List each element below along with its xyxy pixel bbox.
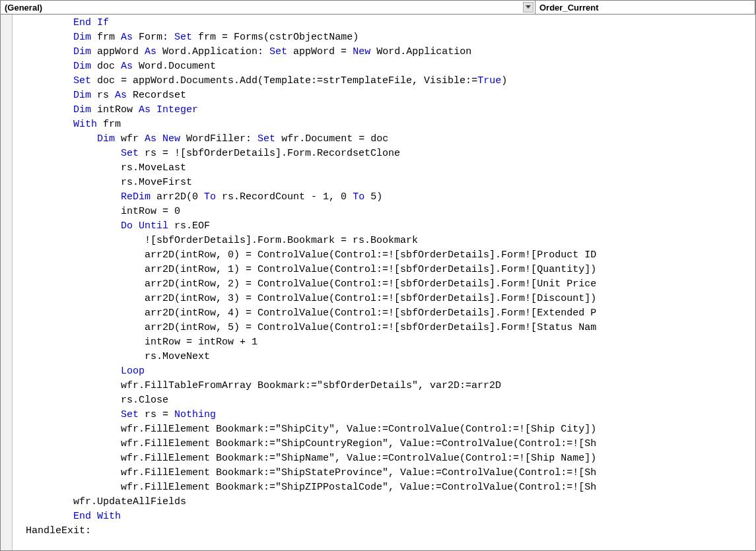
code-line: wfr.FillElement Bookmark:="ShipZIPPostal…: [26, 480, 755, 495]
code-line: arr2D(intRow, 2) = ControlValue(Control:…: [26, 277, 755, 292]
code-line: ![sbfOrderDetails].Form.Bookmark = rs.Bo…: [26, 234, 755, 248]
object-dropdown-label: (General): [5, 3, 42, 13]
chevron-down-icon[interactable]: [523, 2, 533, 13]
code-line: Do Until rs.EOF: [26, 219, 755, 234]
code-line: arr2D(intRow, 5) = ControlValue(Control:…: [26, 321, 755, 335]
code-line: rs.MoveFirst: [26, 176, 755, 190]
code-line: arr2D(intRow, 3) = ControlValue(Control:…: [26, 292, 755, 306]
procedure-dropdown[interactable]: Order_Current: [535, 1, 755, 14]
code-line: Dim wfr As New WordFiller: Set wfr.Docum…: [26, 132, 755, 146]
code-line: arr2D(intRow, 4) = ControlValue(Control:…: [26, 306, 755, 321]
object-dropdown[interactable]: (General): [1, 1, 535, 14]
code-line: wfr.FillElement Bookmark:="ShipStateProv…: [26, 466, 755, 480]
procedure-dropdown-label: Order_Current: [539, 3, 599, 13]
code-line: arr2D(intRow, 0) = ControlValue(Control:…: [26, 248, 755, 263]
code-line: ReDim arr2D(0 To rs.RecordCount - 1, 0 T…: [26, 190, 755, 205]
dropdown-bar: (General) Order_Current: [0, 0, 756, 15]
code-line: Set rs = Nothing: [26, 408, 755, 422]
code-line: Loop: [26, 364, 755, 379]
code-line: Dim doc As Word.Document: [26, 59, 755, 74]
code-line: intRow = intRow + 1: [26, 335, 755, 350]
code-line: Dim intRow As Integer: [26, 103, 755, 117]
code-line: HandleExit:: [26, 524, 755, 538]
code-line: wfr.FillElement Bookmark:="ShipCountryRe…: [26, 437, 755, 451]
code-line: wfr.FillElement Bookmark:="ShipName", Va…: [26, 451, 755, 466]
code-line: Dim frm As Form: Set frm = Forms(cstrObj…: [26, 30, 755, 45]
code-area[interactable]: End If Dim frm As Form: Set frm = Forms(…: [26, 15, 755, 550]
code-line: arr2D(intRow, 1) = ControlValue(Control:…: [26, 263, 755, 277]
code-line: Dim rs As Recordset: [26, 88, 755, 103]
code-editor[interactable]: End If Dim frm As Form: Set frm = Forms(…: [0, 15, 756, 551]
code-line: With frm: [26, 117, 755, 132]
procedure-separator-margin: [13, 15, 26, 550]
code-line: wfr.FillTableFromArray Bookmark:="sbfOrd…: [26, 379, 755, 393]
code-line: Set rs = ![sbfOrderDetails].Form.Records…: [26, 146, 755, 161]
code-line: intRow = 0: [26, 205, 755, 219]
code-line: rs.MoveNext: [26, 350, 755, 364]
code-line: End With: [26, 509, 755, 524]
code-line: Set doc = appWord.Documents.Add(Template…: [26, 74, 755, 88]
code-line: rs.Close: [26, 393, 755, 408]
indicator-margin: [1, 15, 13, 550]
code-line: End If: [26, 16, 755, 30]
code-line: Dim appWord As Word.Application: Set app…: [26, 45, 755, 59]
code-line: wfr.FillElement Bookmark:="ShipCity", Va…: [26, 422, 755, 437]
code-line: rs.MoveLast: [26, 161, 755, 176]
code-line: wfr.UpdateAllFields: [26, 495, 755, 509]
